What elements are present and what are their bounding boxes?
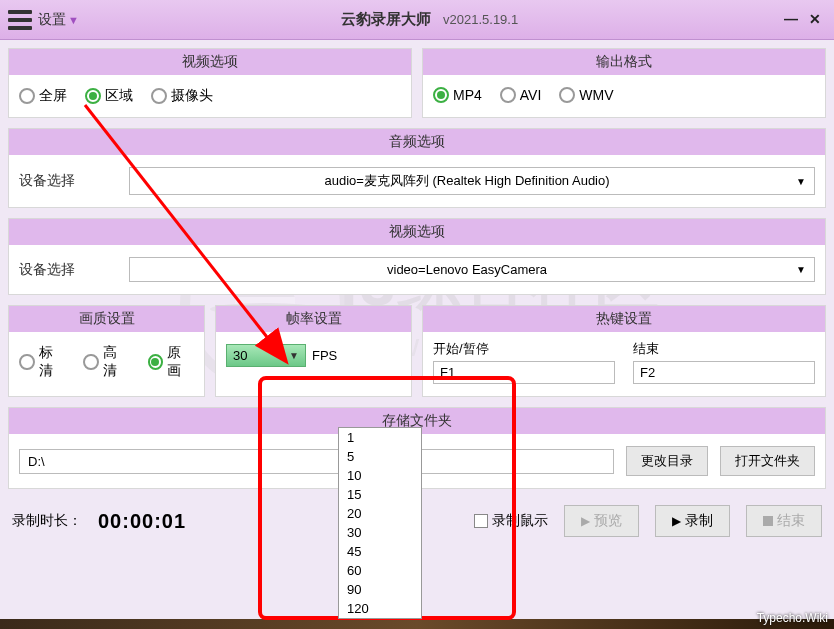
radio-avi[interactable]: AVI	[500, 87, 542, 103]
fps-dropdown[interactable]: 30▼	[226, 344, 306, 367]
fps-option[interactable]: 10	[339, 466, 421, 485]
rec-time-label: 录制时长：	[12, 512, 82, 530]
fps-dropdown-list[interactable]: 1510152030456090120	[338, 427, 422, 619]
radio-region[interactable]: 区域	[85, 87, 133, 105]
hotkey-start-label: 开始/暂停	[433, 340, 615, 358]
radio-original[interactable]: 原画	[148, 344, 194, 380]
bottom-border	[0, 619, 834, 629]
panel-title: 帧率设置	[216, 306, 411, 332]
menu-icon[interactable]	[8, 10, 32, 30]
fps-option[interactable]: 120	[339, 599, 421, 618]
radio-hd[interactable]: 高清	[83, 344, 129, 380]
fps-option[interactable]: 20	[339, 504, 421, 523]
radio-camera[interactable]: 摄像头	[151, 87, 213, 105]
change-folder-button[interactable]: 更改目录	[626, 446, 708, 476]
video-device-dropdown[interactable]: video=Lenovo EasyCamera▼	[129, 257, 815, 282]
preview-button[interactable]: ▶预览	[564, 505, 639, 537]
quality-panel: 画质设置 标清 高清 原画	[8, 305, 205, 397]
settings-dropdown[interactable]: 设置▼	[38, 11, 79, 29]
panel-title: 输出格式	[423, 49, 825, 75]
rec-time-value: 00:00:01	[98, 510, 186, 533]
record-button[interactable]: ▶录制	[655, 505, 730, 537]
fps-option[interactable]: 90	[339, 580, 421, 599]
radio-mp4[interactable]: MP4	[433, 87, 482, 103]
stop-button[interactable]: 结束	[746, 505, 822, 537]
panel-title: 画质设置	[9, 306, 204, 332]
play-icon: ▶	[581, 514, 590, 528]
record-mouse-checkbox[interactable]: 录制鼠示	[474, 512, 548, 530]
fps-option[interactable]: 60	[339, 561, 421, 580]
hotkey-panel: 热键设置 开始/暂停 结束	[422, 305, 826, 397]
stop-icon	[763, 516, 773, 526]
titlebar: 设置▼ 云豹录屏大师 v2021.5.19.1 — ✕	[0, 0, 834, 40]
fps-option[interactable]: 30	[339, 523, 421, 542]
folder-path-input[interactable]	[19, 449, 614, 474]
video-device-panel: 视频选项 设备选择 video=Lenovo EasyCamera▼	[8, 218, 826, 295]
radio-sd[interactable]: 标清	[19, 344, 65, 380]
panel-title: 视频选项	[9, 219, 825, 245]
fps-option[interactable]: 1	[339, 428, 421, 447]
close-button[interactable]: ✕	[804, 11, 826, 29]
fps-unit: FPS	[312, 348, 337, 363]
fps-option[interactable]: 5	[339, 447, 421, 466]
device-label: 设备选择	[19, 172, 99, 190]
output-format-panel: 输出格式 MP4 AVI WMV	[422, 48, 826, 118]
video-options-panel: 视频选项 全屏 区域 摄像头	[8, 48, 412, 118]
corner-credit: Typecho.Wiki	[757, 611, 828, 625]
device-label: 设备选择	[19, 261, 99, 279]
fps-option[interactable]: 15	[339, 485, 421, 504]
hotkey-start-input[interactable]	[433, 361, 615, 384]
audio-panel: 音频选项 设备选择 audio=麦克风阵列 (Realtek High Defi…	[8, 128, 826, 208]
play-icon: ▶	[672, 514, 681, 528]
radio-fullscreen[interactable]: 全屏	[19, 87, 67, 105]
app-title: 云豹录屏大师 v2021.5.19.1	[79, 10, 780, 29]
fps-panel: 帧率设置 30▼ FPS	[215, 305, 412, 397]
minimize-button[interactable]: —	[780, 11, 802, 29]
panel-title: 热键设置	[423, 306, 825, 332]
panel-title: 视频选项	[9, 49, 411, 75]
open-folder-button[interactable]: 打开文件夹	[720, 446, 815, 476]
hotkey-stop-input[interactable]	[633, 361, 815, 384]
hotkey-stop-label: 结束	[633, 340, 815, 358]
panel-title: 音频选项	[9, 129, 825, 155]
radio-wmv[interactable]: WMV	[559, 87, 613, 103]
fps-option[interactable]: 45	[339, 542, 421, 561]
audio-device-dropdown[interactable]: audio=麦克风阵列 (Realtek High Definition Aud…	[129, 167, 815, 195]
